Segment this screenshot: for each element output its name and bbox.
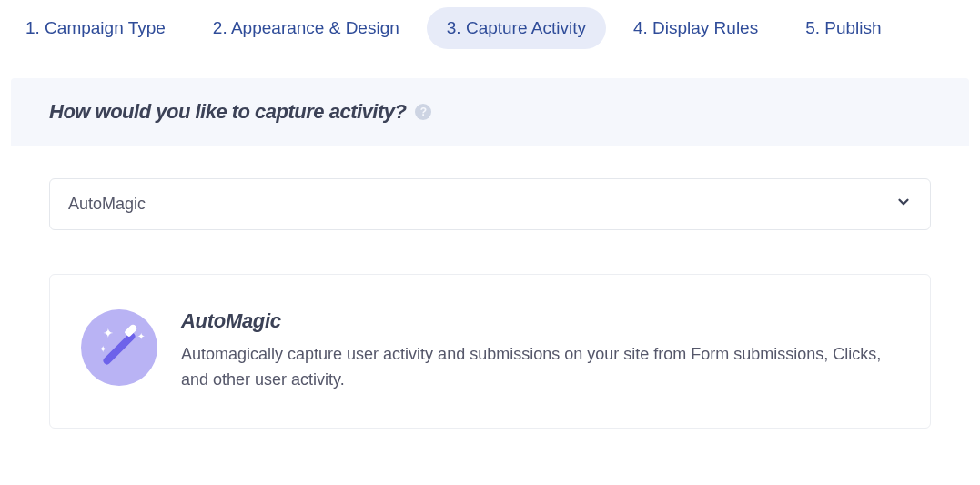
card-title: AutoMagic <box>181 309 899 333</box>
section-header: How would you like to capture activity? … <box>11 78 969 146</box>
tab-publish[interactable]: 5. Publish <box>785 7 901 49</box>
wizard-tabs: 1. Campaign Type 2. Appearance & Design … <box>0 0 980 56</box>
tab-appearance-design[interactable]: 2. Appearance & Design <box>193 7 419 49</box>
chevron-down-icon <box>895 194 912 215</box>
tab-display-rules[interactable]: 4. Display Rules <box>613 7 778 49</box>
card-content: AutoMagic Automagically capture user act… <box>181 309 899 393</box>
card-description: Automagically capture user activity and … <box>181 342 899 393</box>
help-icon[interactable]: ? <box>415 104 431 120</box>
select-value: AutoMagic <box>68 195 146 214</box>
tab-campaign-type[interactable]: 1. Campaign Type <box>5 7 186 49</box>
tab-capture-activity[interactable]: 3. Capture Activity <box>427 7 606 49</box>
automagic-info-card: ✦ ✦ ✦ AutoMagic Automagically capture us… <box>49 274 931 429</box>
wand-icon: ✦ ✦ ✦ <box>81 309 157 386</box>
section-title: How would you like to capture activity? <box>49 100 406 124</box>
content-area: AutoMagic ✦ ✦ ✦ AutoMagic Automagically … <box>11 146 969 429</box>
capture-method-select[interactable]: AutoMagic <box>49 178 931 230</box>
